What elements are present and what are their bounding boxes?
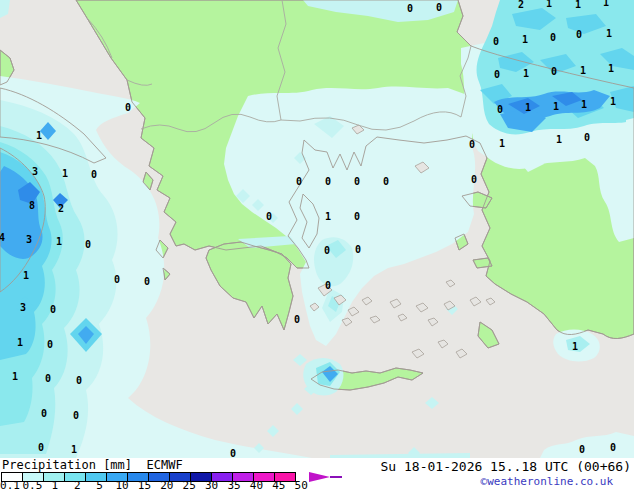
legend-colorbar-arrow-tail (330, 476, 342, 478)
colorbar-tick-label: 0.5 (22, 481, 42, 490)
colorbar-tick-label: 10 (115, 481, 128, 490)
colorbar-tick-label: 2 (74, 481, 81, 490)
colorbar-tick-label: 20 (160, 481, 173, 490)
forecast-datetime: Su 18-01-2026 15..18 UTC (00+66) (381, 459, 631, 474)
copyright-notice: ©weatheronline.co.uk (481, 475, 613, 488)
colorbar-tick-label: 1 (51, 481, 58, 490)
map-canvas (0, 0, 634, 458)
colorbar-tick-label: 25 (183, 481, 196, 490)
colorbar-tick-label: 0.1 (0, 481, 20, 490)
colorbar-tick-label: 45 (272, 481, 285, 490)
legend-title: Precipitation [mm] ECMWF (2, 458, 183, 472)
colorbar-tick-label: 40 (250, 481, 263, 490)
colorbar-tick-label: 35 (227, 481, 240, 490)
weather-map-page: 1031082431010030101000001000000100000002… (0, 0, 634, 490)
colorbar-tick-label: 30 (205, 481, 218, 490)
legend-scale-labels: 0.10.5125101520253035404550 (0, 481, 340, 490)
colorbar-tick-label: 15 (138, 481, 151, 490)
colorbar-tick-label: 5 (96, 481, 103, 490)
map-area: 1031082431010030101000001000000100000002… (0, 0, 634, 458)
colorbar-tick-label: 50 (295, 481, 308, 490)
